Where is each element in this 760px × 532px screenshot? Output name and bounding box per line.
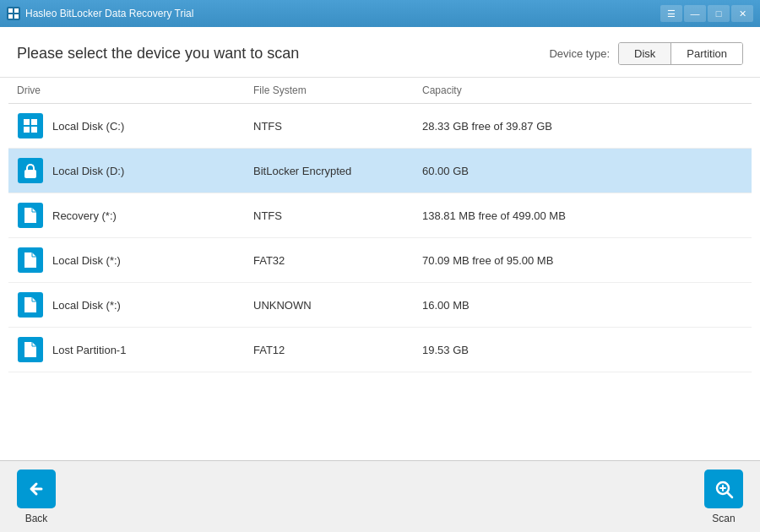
maximize-button[interactable]: □ <box>708 5 730 22</box>
drive-table: Drive File System Capacity Loca <box>0 78 760 460</box>
table-row[interactable]: Local Disk (*:) UNKNOWN 16.00 MB <box>8 283 752 328</box>
col-capacity: Capacity <box>422 84 743 96</box>
drive-cell: Local Disk (D:) <box>17 157 253 184</box>
table-row[interactable]: Local Disk (C:) NTFS 28.33 GB free of 39… <box>8 104 752 149</box>
device-type-label: Device type: <box>549 47 610 60</box>
drive-cell: Local Disk (*:) <box>17 291 253 318</box>
doc-icon <box>18 247 43 273</box>
drive-cell: Local Disk (C:) <box>17 112 253 139</box>
app-icon <box>7 7 20 20</box>
bottom-bar: Back Scan <box>0 460 760 532</box>
doc-icon <box>18 203 43 228</box>
page-title: Please select the device you want to sca… <box>17 45 299 62</box>
drive-name: Local Disk (D:) <box>52 165 124 177</box>
back-icon <box>17 470 56 508</box>
lock-body <box>24 170 36 178</box>
partition-button[interactable]: Partition <box>671 43 742 64</box>
filesystem-cell: NTFS <box>253 209 422 222</box>
capacity-cell: 19.53 GB <box>422 344 743 356</box>
scan-label: Scan <box>712 513 735 524</box>
back-button[interactable]: Back <box>17 470 56 524</box>
capacity-cell: 70.09 MB free of 95.00 MB <box>422 254 743 267</box>
table-row[interactable]: Local Disk (*:) FAT32 70.09 MB free of 9… <box>8 238 752 283</box>
drive-icon-windows <box>17 112 44 139</box>
col-filesystem: File System <box>253 84 422 96</box>
table-row[interactable]: Recovery (*:) NTFS 138.81 MB free of 499… <box>8 193 752 238</box>
svg-rect-5 <box>31 119 37 125</box>
scan-button[interactable]: Scan <box>704 470 743 524</box>
drive-name: Local Disk (*:) <box>52 299 121 312</box>
svg-rect-1 <box>14 8 19 13</box>
lock-shape <box>24 164 36 178</box>
svg-rect-3 <box>14 14 19 19</box>
drive-cell: Recovery (*:) <box>17 202 253 229</box>
main-content: Please select the device you want to sca… <box>0 27 760 460</box>
windows-icon <box>18 113 43 138</box>
filesystem-cell: FAT12 <box>253 344 422 356</box>
capacity-cell: 138.81 MB free of 499.00 MB <box>422 209 743 222</box>
drive-name: Local Disk (*:) <box>52 254 121 267</box>
drive-icon-doc <box>17 291 44 318</box>
device-type-toggle[interactable]: Disk Partition <box>618 42 743 65</box>
disk-button[interactable]: Disk <box>619 43 671 64</box>
lock-icon <box>18 158 43 183</box>
title-bar: Hasleo BitLocker Data Recovery Trial ☰ —… <box>0 0 760 27</box>
capacity-cell: 60.00 GB <box>422 165 743 177</box>
drive-icon-doc <box>17 336 44 363</box>
svg-rect-0 <box>8 8 13 13</box>
header-section: Please select the device you want to sca… <box>0 27 760 78</box>
lock-shackle <box>26 164 35 170</box>
drive-name: Local Disk (C:) <box>52 120 124 133</box>
capacity-cell: 16.00 MB <box>422 299 743 312</box>
drive-icon-doc <box>17 247 44 274</box>
svg-rect-6 <box>24 127 30 133</box>
window-controls[interactable]: ☰ — □ ✕ <box>660 5 753 22</box>
svg-rect-2 <box>8 14 13 19</box>
svg-line-9 <box>727 492 732 497</box>
doc-icon <box>18 337 43 362</box>
drive-cell: Local Disk (*:) <box>17 247 253 274</box>
table-row[interactable]: Lost Partition-1 FAT12 19.53 GB <box>8 328 752 372</box>
drive-cell: Lost Partition-1 <box>17 336 253 363</box>
filesystem-cell: NTFS <box>253 120 422 133</box>
drive-name: Lost Partition-1 <box>52 344 126 356</box>
svg-rect-4 <box>24 119 30 125</box>
minimize-button[interactable]: — <box>684 5 706 22</box>
doc-icon <box>18 292 43 318</box>
filesystem-cell: UNKNOWN <box>253 299 422 312</box>
filesystem-cell: BitLocker Encrypted <box>253 165 422 177</box>
drive-icon-doc <box>17 202 44 229</box>
filesystem-cell: FAT32 <box>253 254 422 267</box>
back-label: Back <box>25 513 48 524</box>
table-header: Drive File System Capacity <box>8 78 752 104</box>
device-type-section: Device type: Disk Partition <box>549 42 743 65</box>
menu-button[interactable]: ☰ <box>660 5 682 22</box>
capacity-cell: 28.33 GB free of 39.87 GB <box>422 120 743 133</box>
col-drive: Drive <box>17 84 253 96</box>
table-row[interactable]: Local Disk (D:) BitLocker Encrypted 60.0… <box>8 149 752 193</box>
close-button[interactable]: ✕ <box>731 5 753 22</box>
drive-icon-lock <box>17 157 44 184</box>
app-title: Hasleo BitLocker Data Recovery Trial <box>25 8 660 19</box>
drive-name: Recovery (*:) <box>52 209 117 222</box>
svg-rect-7 <box>31 127 37 133</box>
scan-icon <box>704 470 743 508</box>
